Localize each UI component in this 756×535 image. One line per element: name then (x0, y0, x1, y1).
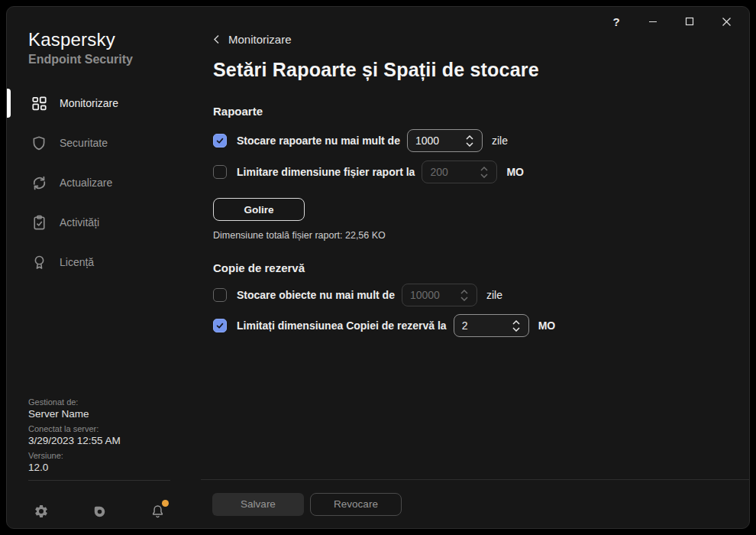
chevron-down-icon (460, 297, 468, 301)
chevron-down-icon (512, 327, 520, 332)
backup-retention-input[interactable] (402, 289, 458, 301)
section-heading-copie-de-rezerva: Copie de rezervă (213, 261, 749, 274)
brand-product: Endpoint Security (28, 53, 198, 66)
report-retention-label: Stocare rapoarte nu mai mult de (237, 135, 400, 147)
notifications-button[interactable] (147, 501, 167, 521)
server-info: Gestionat de: Server Name Conectat la se… (28, 393, 121, 473)
report-size-limit-spinner (422, 160, 497, 183)
report-retention-input[interactable] (408, 135, 464, 147)
report-size-limit-label: Limitare dimensiune fișier raport la (237, 166, 415, 178)
section-heading-rapoarte: Rapoarte (213, 105, 749, 118)
sidebar-item-label: Activități (60, 216, 99, 229)
chevron-left-icon (213, 34, 220, 44)
backup-size-limit-checkbox[interactable] (213, 319, 227, 332)
sidebar-item-monitorizare[interactable]: Monitorizare (7, 83, 198, 123)
brand-name: Kaspersky (28, 29, 198, 50)
refresh-icon (31, 174, 47, 191)
sidebar-item-label: Monitorizare (60, 97, 118, 109)
action-bar: Salvare Revocare (201, 479, 749, 528)
chevron-down-icon (466, 142, 473, 147)
gear-icon (34, 504, 49, 519)
help-button[interactable]: ? (598, 7, 635, 36)
app-window: ? Kaspersky Endpoint Security (6, 6, 750, 529)
titlebar: ? (598, 7, 745, 36)
report-total-size: Dimensiune totală fișier raport: 22,56 K… (213, 230, 749, 241)
backup-retention-row: Stocare obiecte nu mai mult de zile (213, 284, 749, 306)
minimize-button[interactable] (635, 7, 671, 36)
version-value: 12.0 (28, 462, 121, 473)
breadcrumb-label: Monitorizare (228, 33, 292, 46)
backup-size-limit-row: Limitați dimensiunea Copiei de rezervă l… (213, 314, 749, 337)
chevron-up-icon (466, 135, 473, 140)
report-retention-stepper[interactable] (464, 135, 482, 147)
brand: Kaspersky Endpoint Security (28, 29, 198, 66)
sidebar-item-licenta[interactable]: Licență (7, 242, 198, 282)
check-icon (215, 321, 225, 330)
tasks-icon (31, 214, 47, 231)
save-button[interactable]: Salvare (212, 493, 304, 516)
sidebar-divider (28, 480, 170, 481)
report-size-limit-checkbox[interactable] (213, 165, 227, 179)
dashboard-icon (31, 95, 47, 112)
breadcrumb[interactable]: Monitorizare (213, 33, 292, 46)
backup-size-limit-input[interactable] (454, 319, 510, 332)
main-content: Monitorizare Setări Rapoarte și Spații d… (198, 7, 749, 528)
license-icon (31, 254, 47, 271)
backup-retention-stepper[interactable] (458, 290, 477, 301)
minimize-icon (648, 17, 657, 26)
managed-by-value: Server Name (28, 408, 121, 420)
report-size-limit-unit: MO (506, 166, 524, 178)
shield-icon (31, 135, 47, 151)
report-retention-unit: zile (492, 135, 508, 147)
backup-retention-checkbox[interactable] (213, 288, 227, 302)
active-indicator (7, 89, 11, 118)
sidebar-item-label: Actualizare (60, 177, 112, 189)
sidebar-icon-row (7, 494, 198, 529)
sidebar-item-label: Licență (60, 256, 94, 268)
connected-value: 3/29/2023 12:55 AM (28, 435, 121, 446)
bell-icon (150, 504, 165, 519)
backup-size-limit-spinner (454, 314, 529, 337)
backup-retention-spinner (402, 284, 477, 306)
report-size-limit-stepper[interactable] (478, 167, 496, 178)
cancel-button[interactable]: Revocare (310, 493, 402, 516)
report-retention-checkbox[interactable] (213, 134, 227, 148)
backup-size-limit-unit: MO (538, 319, 556, 332)
chevron-up-icon (480, 167, 488, 171)
backup-retention-label: Stocare obiecte nu mai mult de (237, 289, 395, 301)
report-size-limit-input[interactable] (422, 166, 478, 178)
maximize-icon (685, 17, 694, 26)
check-icon (215, 136, 225, 145)
sidebar-item-securitate[interactable]: Securitate (7, 123, 198, 163)
support-icon (92, 504, 107, 519)
chevron-up-icon (460, 290, 468, 294)
chevron-down-icon (480, 173, 488, 178)
sidebar-item-label: Securitate (60, 137, 108, 149)
page-title: Setări Rapoarte și Spații de stocare (213, 59, 749, 81)
report-retention-row: Stocare rapoarte nu mai mult de zile (213, 129, 749, 152)
close-button[interactable] (708, 7, 745, 36)
chevron-up-icon (512, 320, 520, 325)
managed-by-label: Gestionat de: (28, 397, 121, 407)
sidebar: Kaspersky Endpoint Security Monitoriza (7, 7, 198, 528)
maximize-button[interactable] (671, 7, 708, 36)
report-retention-spinner (407, 129, 483, 152)
close-icon (722, 17, 732, 27)
sidebar-item-actualizare[interactable]: Actualizare (7, 163, 198, 203)
report-size-limit-row: Limitare dimensiune fișier raport la MO (213, 160, 749, 183)
backup-size-limit-stepper[interactable] (510, 320, 528, 332)
version-label: Versiune: (28, 451, 121, 460)
backup-retention-unit: zile (486, 289, 502, 301)
settings-button[interactable] (31, 501, 51, 521)
connected-label: Conectat la server: (28, 424, 121, 433)
clear-reports-button[interactable]: Golire (213, 198, 305, 221)
sidebar-nav: Monitorizare Securitate (7, 83, 198, 282)
backup-size-limit-label: Limitați dimensiunea Copiei de rezervă l… (237, 319, 447, 332)
support-button[interactable] (89, 501, 109, 521)
sidebar-item-activitati[interactable]: Activități (7, 203, 198, 242)
notification-dot (162, 500, 169, 507)
